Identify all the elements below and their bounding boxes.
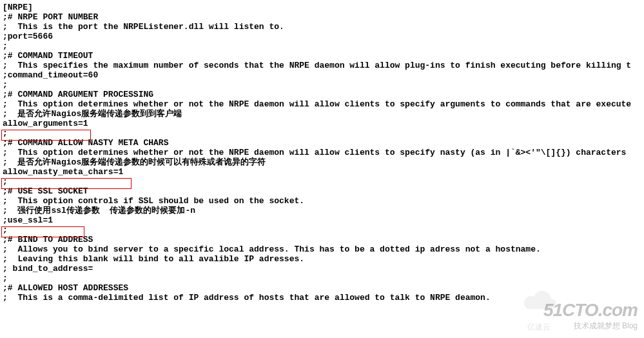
line: ; Leaving this blank will bind to all av… [3, 254, 304, 264]
line: ; bind_to_address= [3, 264, 93, 273]
line: ;command_timeout=60 [3, 70, 98, 80]
line: ; This is the port the NRPEListener.dll … [3, 22, 284, 32]
line: ;port=5666 [3, 32, 53, 41]
line: ; 强行使用ssl传递参数 传递参数的时候要加-n [3, 206, 195, 215]
line: ; 是否允许Nagios服务端传递参数到到客户端 [3, 109, 182, 119]
line: ; This option controls if SSL should be … [3, 196, 304, 206]
line: ;use_ssl=1 [3, 215, 53, 225]
line: [NRPE] [3, 3, 33, 12]
line: ; 是否允许Nagios服务端传递参数的时候可以有特殊或者诡异的字符 [3, 157, 266, 167]
line: ; [3, 273, 8, 283]
watermark: 51CTO.com 技术成就梦想 Blog [543, 300, 638, 332]
line: ; This option determines whether or not … [3, 148, 631, 157]
watermark-main: 51CTO.com [543, 300, 638, 321]
line: ; [3, 80, 8, 90]
line: ;# COMMAND TIMEOUT [3, 51, 93, 61]
line: ; [3, 41, 8, 51]
line: ;# COMMAND ARGUMENT PROCESSING [3, 90, 153, 99]
watermark-cloud-text: 亿速云 [527, 322, 551, 333]
line: ; [3, 177, 8, 186]
line: ; This is a comma-delimited list of IP a… [3, 293, 491, 303]
line: ;# BIND TO ADDRESS [3, 235, 93, 244]
line: ;# USE SSL SOCKET [3, 186, 88, 196]
line: allow_arguments=1 [3, 119, 88, 128]
line: ; [3, 225, 8, 235]
line: ;# NRPE PORT NUMBER [3, 12, 98, 22]
line: ;# ALLOWED HOST ADDRESSES [3, 283, 128, 293]
config-file-text: [NRPE] ;# NRPE PORT NUMBER ; This is the… [0, 0, 644, 303]
line: ;# COMMAND ALLOW NASTY META CHARS [3, 138, 168, 148]
line: allow_nasty_meta_chars=1 [3, 167, 123, 177]
line: ; This specifies the maximum number of s… [3, 61, 631, 70]
line: ; This option determines whether or not … [3, 99, 631, 109]
line: ; Allows you to bind server to a specifi… [3, 244, 541, 254]
watermark-sub: 技术成就梦想 Blog [543, 321, 638, 332]
line: ; [3, 128, 8, 138]
